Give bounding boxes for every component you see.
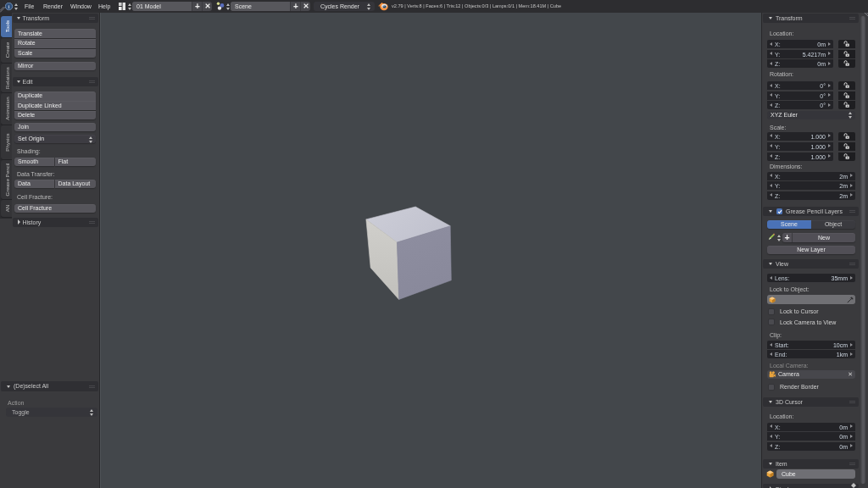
- svg-text:i: i: [8, 3, 10, 10]
